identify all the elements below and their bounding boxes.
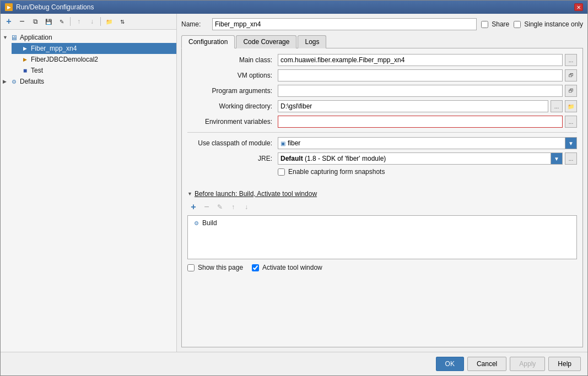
- tree-defaults-node[interactable]: ⚙ Defaults: [1, 76, 176, 87]
- classpath-label-text: Use classpath of module:: [198, 139, 272, 147]
- working-dir-label: Working directory:: [187, 102, 276, 110]
- activate-window-row: Activate tool window: [252, 264, 322, 271]
- tree-application-label: Application: [20, 34, 52, 41]
- build-icon: ⚙: [192, 219, 200, 227]
- edit-config-button[interactable]: ✎: [56, 15, 68, 28]
- tree-arrow-application: [3, 35, 9, 40]
- main-content: + − ⧉ 💾 ✎ ↑ ↓ 📁 ⇅ 🖥 Application: [1, 14, 587, 352]
- main-class-label-text: Main class:: [239, 56, 272, 64]
- before-launch-toolbar: + − ✎ ↑ ↓: [187, 201, 577, 213]
- close-button[interactable]: ✕: [574, 3, 583, 11]
- classpath-select[interactable]: ▣ fiber: [278, 137, 565, 149]
- activate-window-checkbox[interactable]: [252, 264, 259, 271]
- share-checkbox[interactable]: [481, 21, 488, 28]
- working-dir-label-text: Working directory:: [219, 102, 272, 110]
- tree-fiberjdbc-item[interactable]: ▶ FiberJDBCDemolocal2: [12, 54, 176, 65]
- jre-more-btn[interactable]: ...: [565, 152, 577, 165]
- tab-configuration[interactable]: Configuration: [181, 35, 235, 48]
- right-panel: Name: Share Single instance only Configu…: [177, 14, 587, 352]
- classpath-module-icon: ▣: [280, 140, 285, 146]
- fiber-item-label: Fiber_mpp_xn4: [31, 45, 77, 52]
- program-args-label: Program arguments:: [187, 87, 276, 95]
- help-button[interactable]: Help: [548, 357, 581, 371]
- env-vars-label-text: Environment variables:: [205, 118, 272, 126]
- working-dir-input[interactable]: [278, 100, 548, 112]
- tab-code-coverage[interactable]: Code Coverage: [236, 35, 296, 48]
- classpath-label: Use classpath of module:: [187, 139, 276, 147]
- program-args-expand-btn[interactable]: 🗗: [565, 85, 577, 97]
- add-config-button[interactable]: +: [3, 15, 15, 28]
- classpath-select-value: fiber: [288, 139, 300, 147]
- sort-button[interactable]: ⇅: [116, 15, 128, 28]
- form-snapshot-checkbox[interactable]: [278, 168, 285, 176]
- working-dir-more-btn[interactable]: ...: [551, 100, 563, 112]
- program-args-row: Program arguments: 🗗: [187, 85, 577, 97]
- name-row: Name: Share Single instance only: [181, 18, 583, 30]
- classpath-select-container: ▣ fiber ▼: [278, 137, 577, 149]
- build-label: Build: [202, 219, 217, 227]
- save-config-button[interactable]: 💾: [42, 15, 55, 28]
- jre-dropdown-btn[interactable]: ▼: [551, 152, 563, 165]
- jre-label-text: JRE:: [258, 155, 272, 162]
- move-up-button[interactable]: ↑: [73, 15, 85, 28]
- before-launch-add-btn[interactable]: +: [187, 201, 199, 213]
- vm-options-expand-btn[interactable]: 🗗: [565, 69, 577, 81]
- share-row: Share: [481, 20, 509, 28]
- ok-button[interactable]: OK: [436, 357, 464, 371]
- folder-button[interactable]: 📁: [103, 15, 115, 28]
- vm-options-input[interactable]: [278, 69, 563, 81]
- remove-config-button[interactable]: −: [16, 15, 28, 28]
- before-launch-arrow[interactable]: ▼: [187, 191, 192, 197]
- tree-fiber-item[interactable]: ▶ Fiber_mpp_xn4: [12, 43, 176, 54]
- title-bar: ▶ Run/Debug Configurations ✕: [1, 1, 587, 14]
- fiberjdbc-icon: ▶: [20, 55, 29, 64]
- tree-application-node[interactable]: 🖥 Application: [1, 32, 176, 43]
- toolbar-sep-2: [100, 17, 101, 26]
- application-icon: 🖥: [9, 33, 18, 42]
- single-instance-checkbox[interactable]: [514, 21, 521, 28]
- show-page-row: Show this page: [187, 264, 243, 271]
- env-vars-input[interactable]: [278, 116, 563, 128]
- tab-logs[interactable]: Logs: [298, 35, 326, 48]
- vm-options-label-text: VM options:: [238, 72, 272, 79]
- fiberjdbc-item-label: FiberJDBCDemolocal2: [31, 56, 98, 63]
- before-launch-header: ▼ Before launch: Build, Activate tool wi…: [187, 190, 577, 198]
- tree-test-item[interactable]: ◼ Test: [12, 65, 176, 76]
- left-panel: + − ⧉ 💾 ✎ ↑ ↓ 📁 ⇅ 🖥 Application: [1, 14, 177, 352]
- before-launch-up-btn[interactable]: ↑: [227, 201, 239, 213]
- defaults-label: Defaults: [20, 78, 44, 85]
- defaults-icon: ⚙: [9, 77, 18, 86]
- env-vars-more-btn[interactable]: ...: [565, 116, 577, 128]
- before-launch-edit-btn[interactable]: ✎: [214, 201, 226, 213]
- fiber-run-icon: ▶: [20, 44, 29, 53]
- before-launch-down-btn[interactable]: ↓: [240, 201, 252, 213]
- main-class-input[interactable]: [278, 54, 563, 66]
- copy-config-button[interactable]: ⧉: [29, 15, 41, 28]
- name-input[interactable]: [212, 18, 477, 30]
- toolbar-sep-1: [70, 17, 71, 26]
- left-toolbar: + − ⧉ 💾 ✎ ↑ ↓ 📁 ⇅: [1, 14, 176, 30]
- jre-select[interactable]: Default (1.8 - SDK of 'fiber' module): [278, 152, 551, 165]
- spacer: [187, 179, 577, 190]
- show-page-checkbox[interactable]: [187, 264, 195, 271]
- env-vars-label: Environment variables:: [187, 118, 276, 126]
- classpath-dropdown-btn[interactable]: ▼: [565, 137, 577, 149]
- main-class-label: Main class:: [187, 56, 276, 64]
- tree-arrow-defaults: [3, 79, 9, 84]
- vm-options-label: VM options:: [187, 72, 276, 79]
- form-snapshot-row: Enable capturing form snapshots: [278, 168, 577, 176]
- window-title: Run/Debug Configurations: [16, 3, 94, 11]
- form-snapshot-label: Enable capturing form snapshots: [288, 168, 385, 176]
- main-class-more-btn[interactable]: ...: [565, 54, 577, 66]
- build-list: ⚙ Build: [187, 215, 577, 259]
- before-launch-remove-btn[interactable]: −: [201, 201, 213, 213]
- classpath-row: Use classpath of module: ▣ fiber ▼: [187, 137, 577, 149]
- move-down-button[interactable]: ↓: [86, 15, 98, 28]
- apply-button[interactable]: Apply: [510, 357, 545, 371]
- single-instance-label: Single instance only: [524, 20, 583, 28]
- vm-options-row: VM options: 🗗: [187, 69, 577, 81]
- working-dir-folder-btn[interactable]: 📁: [565, 100, 577, 112]
- program-args-input[interactable]: [278, 85, 563, 97]
- cancel-button[interactable]: Cancel: [467, 357, 506, 371]
- main-class-row: Main class: ...: [187, 54, 577, 66]
